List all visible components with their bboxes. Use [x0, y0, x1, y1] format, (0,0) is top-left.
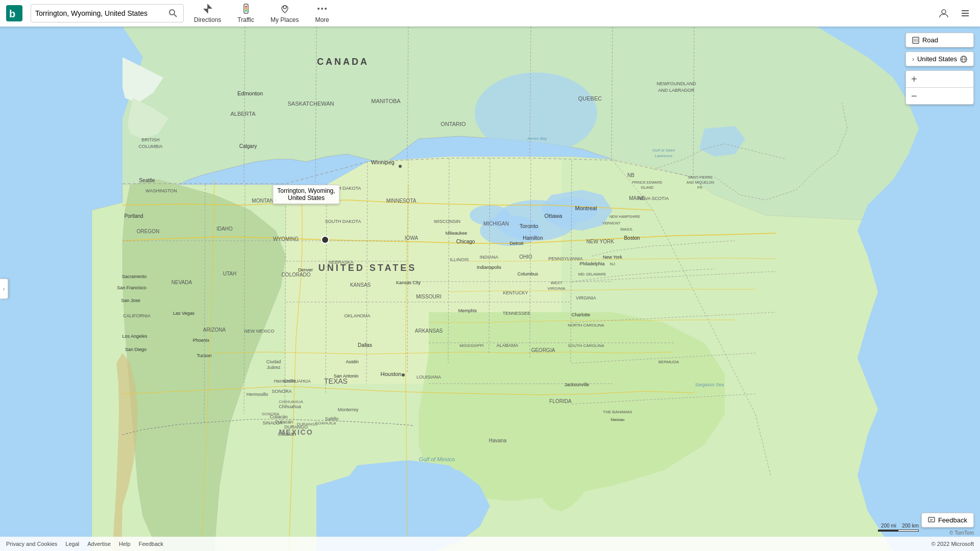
svg-text:MASS.: MASS. [621, 227, 633, 232]
svg-text:Culiacán: Culiacán [278, 432, 296, 437]
help-link[interactable]: Help [119, 541, 131, 547]
svg-text:NEWFOUNDLAND: NEWFOUNDLAND [656, 81, 696, 86]
svg-text:INDIANA: INDIANA [480, 255, 499, 260]
feedback-label: Feedback [938, 516, 967, 524]
svg-text:WASHINGTON: WASHINGTON [145, 188, 177, 193]
svg-text:CANADA: CANADA [317, 57, 369, 67]
marker-line2: United States [288, 194, 325, 202]
directions-button[interactable]: Directions [188, 0, 227, 27]
svg-text:Monterrey: Monterrey [338, 407, 359, 412]
directions-label: Directions [194, 16, 221, 23]
svg-text:Detroit: Detroit [510, 241, 524, 246]
map-container[interactable]: CANADA ALBERTA Edmonton Calgary SASKATCH… [0, 27, 980, 551]
svg-text:PRINCE EDWARD: PRINCE EDWARD [632, 181, 662, 184]
svg-text:Winnipeg: Winnipeg [371, 159, 395, 165]
svg-text:Seattle: Seattle [139, 178, 155, 183]
advertise-link[interactable]: Advertise [87, 541, 111, 547]
svg-text:NJ: NJ [610, 262, 615, 266]
svg-text:IOWA: IOWA [405, 235, 419, 241]
legal-link[interactable]: Legal [65, 541, 79, 547]
svg-text:Portland: Portland [124, 213, 143, 219]
more-button[interactable]: More [309, 0, 335, 27]
svg-text:NEVADA: NEVADA [172, 280, 192, 285]
svg-text:WYOMING: WYOMING [273, 236, 299, 242]
svg-text:Austin: Austin [346, 359, 358, 364]
svg-text:Calgary: Calgary [239, 143, 257, 149]
svg-text:FLORIDA: FLORIDA [549, 398, 572, 404]
svg-text:ALABAMA: ALABAMA [497, 343, 519, 348]
sidebar-toggle-button[interactable]: › [0, 279, 8, 299]
svg-point-105 [402, 373, 405, 377]
svg-text:OKLAHOMA: OKLAHOMA [344, 313, 370, 318]
svg-text:DELAWARE: DELAWARE [586, 272, 606, 276]
svg-text:MISSOURI: MISSOURI [416, 294, 441, 299]
svg-text:UNITED STATES: UNITED STATES [318, 263, 416, 273]
svg-text:COLORADO: COLORADO [281, 272, 310, 278]
privacy-link[interactable]: Privacy and Cookies [6, 541, 57, 547]
svg-text:Toronto: Toronto [520, 223, 538, 229]
svg-text:COLUMBIA: COLUMBIA [138, 144, 162, 149]
svg-text:SONORA: SONORA [272, 389, 291, 394]
svg-text:Culiacán: Culiacán [275, 419, 292, 424]
svg-text:MISSISSIPPI: MISSISSIPPI [459, 343, 484, 348]
traffic-label: Traffic [237, 16, 254, 23]
svg-text:CALIFORNIA: CALIFORNIA [123, 313, 151, 318]
marker-line1: Torrington, Wyoming, [277, 187, 335, 194]
svg-text:SOUTH DAKOTA: SOUTH DAKOTA [325, 219, 361, 224]
search-button[interactable] [167, 7, 179, 19]
svg-text:Hamilton: Hamilton [523, 235, 543, 241]
svg-text:Kansas City: Kansas City [396, 280, 421, 285]
svg-text:SASKATCHEWAN: SASKATCHEWAN [287, 101, 334, 107]
copyright-right: © 2022 Microsoft [932, 541, 974, 547]
svg-text:ARKANSAS: ARKANSAS [415, 328, 443, 334]
region-button[interactable]: › United States [905, 52, 974, 66]
svg-text:NB: NB [627, 172, 634, 178]
svg-text:VIRGINIA: VIRGINIA [547, 286, 566, 291]
svg-text:Charlotte: Charlotte [572, 312, 591, 317]
svg-text:San Diego: San Diego [125, 347, 146, 352]
svg-point-12 [317, 8, 320, 10]
zoom-out-button[interactable]: − [906, 88, 922, 104]
svg-text:Hermosillo: Hermosillo [247, 392, 268, 397]
svg-text:AND LABRADOR: AND LABRADOR [658, 88, 695, 93]
svg-text:Houston: Houston [381, 371, 402, 377]
my-places-button[interactable]: My Places [264, 0, 305, 27]
svg-text:Columbus: Columbus [518, 271, 538, 277]
svg-text:Lawrence: Lawrence [655, 154, 673, 158]
svg-point-14 [325, 8, 327, 10]
svg-text:Havana: Havana [489, 438, 507, 443]
zoom-in-button[interactable]: + [906, 71, 922, 87]
search-input[interactable]: Torrington, Wyoming, United States [35, 9, 167, 17]
svg-text:UTAH: UTAH [223, 271, 236, 277]
svg-text:Sacramento: Sacramento [122, 274, 147, 279]
svg-text:ALBERTA: ALBERTA [230, 111, 256, 117]
svg-text:LOUISIANA: LOUISIANA [416, 374, 441, 380]
svg-text:MANITOBA: MANITOBA [371, 98, 401, 104]
svg-text:Boston: Boston [624, 235, 640, 241]
svg-text:Memphis: Memphis [458, 308, 477, 313]
svg-text:Chicago: Chicago [456, 239, 475, 244]
svg-text:Milwaukee: Milwaukee [446, 231, 468, 236]
svg-text:b: b [9, 8, 15, 19]
svg-text:ISLAND: ISLAND [641, 186, 653, 189]
svg-text:DURANGO: DURANGO [297, 422, 318, 427]
hamburger-menu-button[interactable] [957, 5, 974, 22]
feedback-footer-link[interactable]: Feedback [139, 541, 163, 547]
svg-text:BERMUDA: BERMUDA [658, 360, 679, 364]
bing-logo: b [6, 5, 22, 21]
svg-point-10 [245, 10, 247, 12]
svg-point-25 [475, 72, 597, 154]
svg-text:MAINE: MAINE [629, 195, 645, 201]
svg-text:Sargasso Sea: Sargasso Sea [695, 382, 724, 387]
feedback-button[interactable]: Feedback [921, 513, 974, 528]
svg-text:MD.: MD. [578, 272, 586, 277]
svg-text:VERMONT: VERMONT [603, 221, 621, 225]
user-account-button[interactable] [935, 5, 952, 22]
road-view-button[interactable]: Road [905, 33, 974, 47]
svg-text:THE BAHAMAS: THE BAHAMAS [603, 410, 632, 414]
navbar: b Torrington, Wyoming, United States Dir… [0, 0, 980, 27]
svg-text:New York: New York [603, 255, 623, 260]
svg-text:PENNSYLVANIA: PENNSYLVANIA [548, 256, 583, 261]
svg-text:Los Angeles: Los Angeles [122, 334, 148, 339]
traffic-button[interactable]: Traffic [231, 0, 260, 27]
